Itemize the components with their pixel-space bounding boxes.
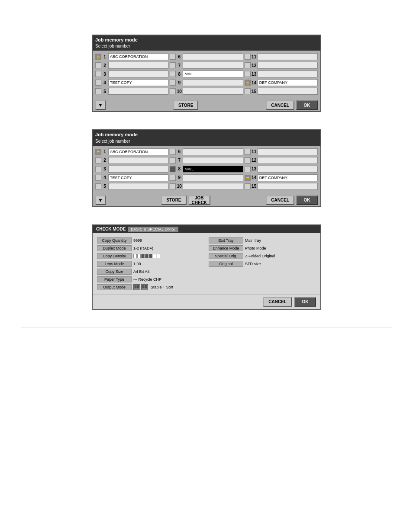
p2-job-11-name[interactable] [258,148,318,155]
p2-job-8-name[interactable]: MAIL [183,166,243,173]
check-mode-footer: CANCEL OK [93,295,320,309]
p2-job-11-check[interactable] [245,149,251,155]
p2-job-4-check[interactable] [95,175,101,181]
p2-job-12-name[interactable] [258,157,318,164]
p2-job-8-check[interactable] [170,166,176,172]
density-bar [133,254,160,258]
job-4-check[interactable] [95,80,101,86]
p2-job-7-check[interactable] [170,157,176,163]
job-2-check[interactable] [95,62,101,68]
check-copy-qty: Copy Quantity 9999 [97,237,204,244]
job-row-3-11: 11 [245,52,318,61]
check-cancel-btn[interactable]: CANCEL [263,297,292,307]
panel-2-arrow-btn[interactable]: ▼ [95,195,106,205]
p2-job-1-name[interactable]: ABC CORPORATION [108,148,168,155]
p2-job-15-check[interactable] [245,183,251,189]
check-duplex-value: 1-2 (RADF) [133,246,204,250]
job-15-name[interactable] [258,88,318,95]
job-3-name[interactable] [108,71,168,77]
panel-2-job-check-btn[interactable]: JOBCHECK [188,195,211,205]
panel-2-store-btn[interactable]: STORE [161,195,186,205]
panel-2-cancel-btn[interactable]: CANCEL [266,195,294,205]
p2-job-row-9: 9 [170,173,243,182]
panel-2-ok-btn[interactable]: OK [296,195,318,205]
job-6-check[interactable] [170,54,176,60]
job-row-2-6: 6 [170,52,243,61]
job-2-name[interactable] [108,62,168,69]
job-15-check[interactable] [245,88,251,94]
p2-job-10-name[interactable] [183,183,243,190]
check-left-col: Copy Quantity 9999 Duplex Mode 1-2 (RADF… [97,237,204,291]
job-row-2-8: 8 MAIL [170,70,243,78]
job-8-name[interactable]: MAIL [183,71,243,77]
panel-1-arrow-btn[interactable]: ▼ [95,100,106,110]
check-empty-1: - [209,268,316,276]
p2-job-13-name[interactable] [258,166,318,173]
job-1-lock[interactable]: 🔒 [95,54,101,60]
p2-job-6-check[interactable] [170,149,176,155]
job-13-check[interactable] [245,71,251,77]
p2-job-6-name[interactable] [183,148,243,155]
job-13-name[interactable] [258,71,318,77]
p2-job-5-check[interactable] [95,183,101,189]
p2-job-7-name[interactable] [183,157,243,164]
p2-job-1-lock[interactable]: 🔒 [95,149,101,155]
p2-job-3-check[interactable] [95,166,101,172]
check-duplex-label: Duplex Mode [97,245,132,251]
job-12-name[interactable] [258,62,318,69]
p2-job-4-name[interactable]: TEST COPY [108,174,168,181]
check-original-label: Original [209,261,243,267]
job-11-check[interactable] [245,54,251,60]
job-memory-panel-1: Job memory mode Select job number 🔒 1 AB… [92,35,321,112]
job-row-3-12: 12 [245,61,318,70]
panel-2-subtitle: Select job number [95,138,318,144]
job-6-name[interactable] [183,53,243,60]
job-14-name[interactable]: DEF COMPANY [258,79,318,86]
job-14-lock[interactable]: 🔒 [245,80,251,86]
p2-job-14-name[interactable]: DEF COMPANY [258,174,318,181]
job-5-check[interactable] [95,88,101,94]
panel-2-header: Job memory mode Select job number [93,130,320,145]
job-4-name[interactable]: TEST COPY [108,79,168,86]
panel-1-cancel-btn[interactable]: CANCEL [266,100,294,110]
job-12-check[interactable] [245,62,251,68]
panel-2-footer: ▼ STORE JOBCHECK CANCEL OK [93,194,320,206]
p2-job-5-name[interactable] [108,183,168,190]
job-1-name[interactable]: ABC CORPORATION [108,53,168,60]
p2-job-2-check[interactable] [95,157,101,163]
check-density: Copy Density [97,252,204,260]
job-8-check[interactable] [170,71,176,77]
p2-job-15-name[interactable] [258,183,318,190]
check-ok-btn[interactable]: OK [294,297,316,307]
p2-job-9-name[interactable] [183,174,243,181]
job-5-name[interactable] [108,88,168,95]
p2-job-9-check[interactable] [170,175,176,181]
job-3-check[interactable] [95,71,101,77]
check-special-orig-value: Z-Folded Original [245,254,316,258]
p2-job-14-lock[interactable]: 🔒 [245,175,251,181]
job-7-name[interactable] [183,62,243,69]
job-9-check[interactable] [170,80,176,86]
check-output-mode-label: Output Mode [97,284,132,290]
check-copy-size-value: A4 B4 A4 [133,269,204,274]
p2-job-3-name[interactable] [108,166,168,173]
p2-job-12-check[interactable] [245,157,251,163]
svg-rect-1 [137,285,139,288]
job-7-check[interactable] [170,62,176,68]
panel-1-store-btn[interactable]: STORE [173,100,198,110]
check-special-orig: Special Orig. Z-Folded Original [209,252,316,260]
job-11-name[interactable] [258,53,318,60]
check-copy-size: Copy Size A4 B4 A4 [97,268,204,276]
p2-job-13-check[interactable] [245,166,251,172]
job-row-1-5: 5 [95,87,168,96]
job-10-check[interactable] [170,88,176,94]
check-density-label: Copy Density [97,253,132,259]
panel-1-title: Job memory mode [95,37,318,43]
job-9-name[interactable] [183,79,243,86]
density-seg-3 [141,254,145,258]
p2-job-2-name[interactable] [108,157,168,164]
panel-1-ok-btn[interactable]: OK [296,100,318,110]
job-10-name[interactable] [183,88,243,95]
check-enhance-label: Enhance Mode [209,245,243,251]
p2-job-10-check[interactable] [170,183,176,189]
